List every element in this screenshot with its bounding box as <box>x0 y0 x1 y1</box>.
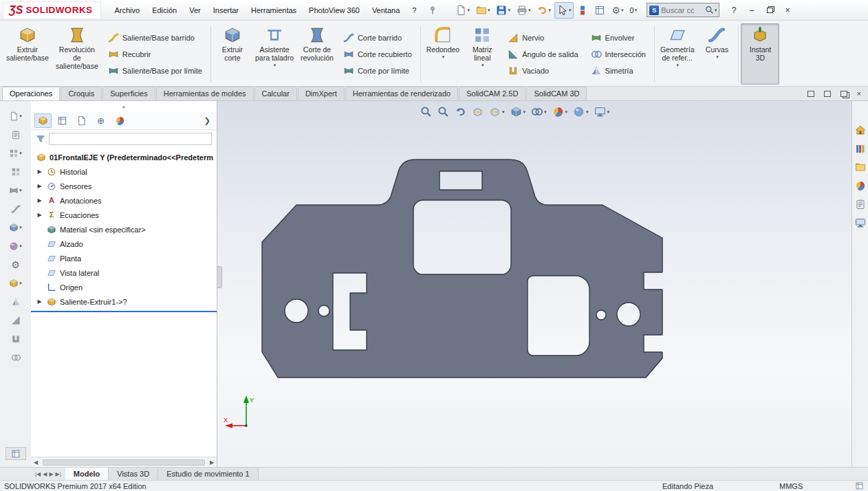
docked-toolbar-button[interactable]: ▾ <box>6 239 26 252</box>
doc-close-icon[interactable]: × <box>857 89 861 98</box>
tab-estudio-movimiento[interactable]: Estudio de movimiento 1 <box>158 468 258 480</box>
boundary-boss-button[interactable]: Saliente/Base por límite <box>105 63 205 78</box>
previous-tab-icon[interactable]: ◀ <box>43 471 47 477</box>
boundary-cut-button[interactable]: Corte por límite <box>340 63 415 78</box>
tab-modelo[interactable]: Modelo <box>65 468 109 480</box>
undo-button[interactable]: ▾ <box>534 2 554 19</box>
part-body[interactable] <box>262 160 662 378</box>
mirror-button[interactable]: Simetría <box>588 63 649 78</box>
zoom-fit-button[interactable] <box>420 106 432 118</box>
expander-icon[interactable]: ▶ <box>36 298 43 305</box>
displaymanager-tab[interactable] <box>111 113 129 128</box>
last-tab-icon[interactable]: ▶| <box>56 471 61 477</box>
tree-item-vista-lateral[interactable]: Vista lateral <box>31 265 217 280</box>
doc-restore-icon[interactable] <box>824 91 831 97</box>
tab-croquis[interactable]: Croquis <box>61 87 102 100</box>
panel-splitter[interactable] <box>217 266 222 288</box>
revolved-cut-button[interactable]: Corte de revolución <box>297 23 337 85</box>
doc-minimize-icon[interactable] <box>807 91 814 97</box>
select-button[interactable]: ▾ <box>554 2 574 19</box>
swept-boss-button[interactable]: Saliente/Base barrido <box>105 30 205 45</box>
menu-insertar[interactable]: Insertar <box>207 3 245 17</box>
scrollbar-thumb[interactable] <box>43 459 205 466</box>
apply-scene-button[interactable]: ▾ <box>573 106 589 118</box>
first-tab-icon[interactable]: |◀ <box>35 471 41 477</box>
scroll-left-icon[interactable]: ◀ <box>31 459 41 466</box>
next-tab-icon[interactable]: ▶ <box>49 471 53 477</box>
docked-toolbar-button[interactable] <box>6 165 26 178</box>
tree-item-ecuaciones[interactable]: ▶ Σ Ecuaciones <box>31 208 217 222</box>
solidworks-resources-button[interactable] <box>854 216 867 230</box>
extruded-cut-button[interactable]: Extruir corte <box>213 23 252 85</box>
tree-item-origen[interactable]: Origen <box>31 280 217 294</box>
tree-item-planta[interactable]: Planta <box>31 251 217 265</box>
docked-toolbar-button[interactable]: ⚙ <box>6 258 26 271</box>
tab-calcular[interactable]: Calcular <box>254 87 297 100</box>
instant-3d-button[interactable]: Instant 3D <box>741 23 779 85</box>
save-button[interactable]: ▾ <box>493 2 513 19</box>
docked-toolbar-button[interactable] <box>6 351 26 364</box>
minimize-button[interactable]: – <box>743 3 761 18</box>
fillet-button[interactable]: Redondeo ▾ <box>423 23 463 85</box>
view-orientation-button[interactable]: ▾ <box>489 106 505 118</box>
reference-geometry-button[interactable]: Geometría de refer... ▾ <box>657 23 698 85</box>
close-button[interactable]: × <box>779 3 796 18</box>
tree-item-alzado[interactable]: Alzado <box>31 237 217 251</box>
docked-toolbar-button[interactable] <box>6 332 26 345</box>
section-view-button[interactable] <box>472 106 484 118</box>
configurationmanager-tab[interactable] <box>73 113 90 128</box>
restore-button[interactable] <box>761 3 779 18</box>
appearances-button[interactable] <box>854 179 867 193</box>
docked-toolbar-button[interactable]: ▾ <box>6 221 26 234</box>
featuremanager-tab[interactable] <box>34 113 52 128</box>
open-button[interactable]: ▾ <box>473 2 493 19</box>
tab-vistas-3d[interactable]: Vistas 3D <box>109 468 158 480</box>
tab-superficies[interactable]: Superficies <box>102 87 155 100</box>
docked-toolbar-button[interactable] <box>6 128 26 141</box>
panel-grab-handle[interactable]: ● <box>31 101 217 112</box>
swept-cut-button[interactable]: Corte barrido <box>340 30 415 45</box>
tree-item-anotaciones[interactable]: ▶ A Anotaciones <box>31 193 217 208</box>
tree-filter-input[interactable] <box>49 133 212 145</box>
draft-button[interactable]: Ángulo de salida <box>505 47 581 62</box>
menu-help[interactable]: ? <box>406 3 422 17</box>
file-explorer-button[interactable] <box>854 160 867 174</box>
app-help-button[interactable]: ? <box>725 3 743 18</box>
propertymanager-tab[interactable] <box>54 113 71 128</box>
docked-toolbar-button[interactable]: ▾ <box>6 276 26 290</box>
doc-cascade-icon[interactable] <box>840 91 847 97</box>
tab-herramientas-renderizado[interactable]: Herramientas de renderizado <box>345 87 458 100</box>
curves-button[interactable]: Curvas ▾ <box>697 23 736 85</box>
expand-pane-chevron[interactable]: ❯ <box>202 116 213 125</box>
docked-toolbar-button[interactable] <box>6 202 26 215</box>
expander-icon[interactable]: ▶ <box>36 183 43 189</box>
extrude-boss-button[interactable]: Extruir saliente/base <box>3 23 52 85</box>
pin-menu-button[interactable] <box>426 4 439 17</box>
search-magnifier-button[interactable]: ▾ <box>705 6 717 14</box>
expander-icon[interactable]: ▶ <box>36 197 43 204</box>
tab-solidcam-3d[interactable]: SolidCAM 3D <box>526 87 587 100</box>
loft-boss-button[interactable]: Recubrir <box>105 47 205 62</box>
tab-operaciones[interactable]: Operaciones <box>2 87 60 100</box>
docked-toolbar-button[interactable]: ▾ <box>6 184 26 197</box>
docked-toolbar-button[interactable] <box>6 295 26 308</box>
edit-appearance-button[interactable]: ▾ <box>552 106 568 118</box>
tree-item-saliente-extruir1[interactable]: ▶ Saliente-Extruir1->? <box>31 294 217 309</box>
display-style-button[interactable]: ▾ <box>510 106 526 118</box>
zoom-area-button[interactable] <box>437 106 449 118</box>
linear-pattern-button[interactable]: Matriz lineal ▾ <box>463 23 501 85</box>
file-properties-button[interactable] <box>592 2 608 19</box>
design-library-button[interactable] <box>854 142 867 155</box>
tree-horizontal-scrollbar[interactable]: ◀ ▶ <box>31 457 217 467</box>
tree-item-material[interactable]: Material <sin especificar> <box>31 222 217 237</box>
menu-ventana[interactable]: Ventana <box>366 3 406 17</box>
status-units[interactable]: MMGS <box>779 482 855 490</box>
search-input[interactable] <box>661 6 702 14</box>
revolve-boss-button[interactable]: Revolución de saliente/base <box>52 23 102 85</box>
menu-archivo[interactable]: Archivo <box>108 3 146 17</box>
menu-ver[interactable]: Ver <box>183 3 207 17</box>
options-button[interactable]: ⚙▾ <box>609 2 626 19</box>
task-pane-toggle-icon[interactable] <box>855 481 864 490</box>
wrap-button[interactable]: Envolver <box>588 30 649 45</box>
expander-icon[interactable]: ▶ <box>36 168 43 175</box>
